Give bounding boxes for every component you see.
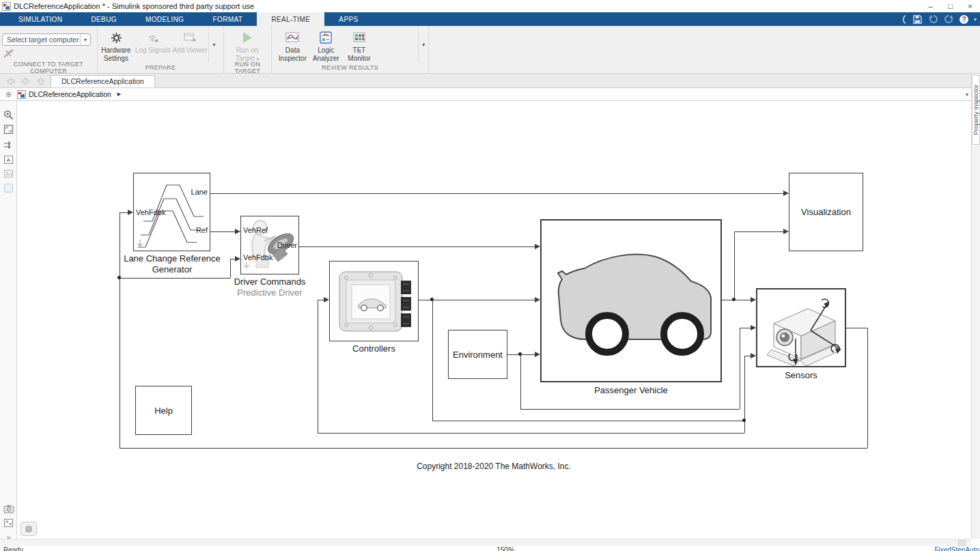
block-sensors[interactable]: [756, 288, 846, 367]
scrollbar-corner[interactable]: [958, 540, 966, 546]
status-solver-link[interactable]: FixedStepAuto: [934, 546, 979, 551]
horizontal-scrollbar[interactable]: [0, 539, 971, 546]
signal-wire[interactable]: [520, 409, 740, 410]
block-environment[interactable]: Environment: [448, 330, 507, 379]
help-icon[interactable]: ?: [960, 15, 968, 24]
signal-wire[interactable]: [318, 300, 324, 300]
tab-apps[interactable]: APPS: [324, 12, 372, 26]
maximize-button[interactable]: □: [940, 0, 960, 12]
review-overflow-button[interactable]: ▾: [418, 26, 428, 63]
back-icon[interactable]: [5, 77, 15, 85]
breadcrumb-model[interactable]: DLCReferenceApplication ▶: [17, 90, 121, 99]
port-in-vehfdbk2: VehFdbk: [243, 253, 272, 262]
signal-wire[interactable]: [120, 448, 867, 449]
block-visualization[interactable]: Visualization: [789, 173, 863, 251]
up-icon[interactable]: [37, 76, 45, 85]
fit-view-icon[interactable]: [3, 124, 14, 135]
run-label-line1: Run on: [236, 46, 258, 55]
add-viewer-button[interactable]: Add Viewer: [171, 26, 208, 63]
diagram-canvas[interactable]: VehFdbk Lane Ref Lane Change ReferenceGe…: [18, 101, 971, 539]
viewmark-icon[interactable]: [3, 182, 14, 194]
signal-wire[interactable]: [230, 259, 235, 259]
block-lane-change-reference-generator[interactable]: VehFdbk Lane Ref: [133, 173, 210, 251]
toolstrip: Select target computer ▾ CONNECT TO TARG…: [0, 26, 980, 74]
signal-wire[interactable]: [419, 300, 535, 300]
logic-analyzer-button[interactable]: Logic Analyzer: [309, 26, 343, 63]
block-controllers[interactable]: [329, 261, 419, 341]
disconnect-icon[interactable]: [3, 48, 14, 59]
tet-monitor-button[interactable]: TET Monitor: [343, 26, 376, 63]
status-zoom-level: 150%: [490, 546, 520, 551]
signal-wire[interactable]: [432, 300, 433, 421]
target-computer-combobox[interactable]: Select target computer ▾: [2, 33, 91, 46]
signal-wire[interactable]: [299, 246, 535, 247]
wire-arrowhead: [128, 210, 133, 215]
ecu-icon: [330, 262, 418, 341]
wire-arrowhead: [324, 297, 329, 302]
signal-wire[interactable]: [734, 231, 735, 300]
signal-wire[interactable]: [318, 433, 744, 434]
signal-wire[interactable]: [734, 300, 751, 300]
section-run-on-target: Run on Target ▾ RUN ON TARGET: [224, 26, 272, 73]
signal-wire[interactable]: [740, 328, 740, 409]
signal-wire[interactable]: [846, 328, 867, 328]
property-inspector-tab[interactable]: Property Inspector: [972, 75, 980, 145]
signal-wire[interactable]: [120, 278, 230, 279]
redo-icon[interactable]: [944, 14, 954, 24]
wire-junction: [742, 419, 746, 422]
circle-plus-icon[interactable]: ⊕: [0, 90, 17, 99]
explorer-bar-toggle[interactable]: [20, 522, 37, 536]
breadcrumb-dropdown-icon[interactable]: ▾: [966, 91, 968, 98]
minimize-button[interactable]: –: [921, 0, 940, 12]
signal-wire[interactable]: [318, 300, 318, 433]
section-label-run: RUN ON TARGET: [224, 63, 271, 73]
tab-simulation[interactable]: SIMULATION: [4, 12, 76, 26]
zoom-in-icon[interactable]: [3, 109, 14, 121]
signal-wire[interactable]: [734, 231, 783, 232]
run-on-target-button[interactable]: Run on Target ▾: [224, 26, 270, 63]
status-ready: Ready: [3, 546, 23, 551]
prepare-overflow-button[interactable]: ▾: [208, 26, 219, 63]
block-driver-commands[interactable]: VehRef VehFdbk Driver: [240, 216, 299, 274]
block-label-passenger-vehicle: Passenger Vehicle: [540, 385, 722, 396]
signal-wire[interactable]: [120, 212, 128, 213]
undo-icon[interactable]: [928, 14, 938, 24]
model-tab[interactable]: DLCReferenceApplication: [51, 75, 155, 87]
signal-wire[interactable]: [230, 259, 231, 278]
snapshot-icon[interactable]: [3, 503, 14, 515]
section-label-prepare: PREPARE: [98, 63, 223, 73]
hardware-settings-button[interactable]: Hardware Settings: [98, 26, 135, 63]
signal-wire[interactable]: [744, 356, 751, 356]
image-icon[interactable]: [3, 168, 14, 180]
tab-real-time[interactable]: REAL-TIME: [257, 12, 324, 26]
gear-icon: [111, 30, 122, 45]
signal-wire[interactable]: [432, 421, 744, 421]
signal-wire[interactable]: [120, 212, 120, 448]
block-passenger-vehicle[interactable]: [540, 219, 722, 382]
tab-format[interactable]: FORMAT: [199, 12, 257, 26]
wire-arrowhead: [751, 297, 756, 302]
signal-wire[interactable]: [210, 231, 235, 232]
car-icon: [542, 221, 720, 381]
qat-dropdown-icon[interactable]: ▾: [974, 16, 977, 23]
model-browser-icon[interactable]: [3, 517, 14, 528]
log-signals-button[interactable]: Log Signals: [135, 26, 171, 63]
tab-modeling[interactable]: MODELING: [131, 12, 199, 26]
signal-wire[interactable]: [210, 193, 783, 194]
tab-debug[interactable]: DEBUG: [76, 12, 131, 26]
block-label-lane-change: Lane Change ReferenceGenerator: [117, 253, 227, 276]
block-help[interactable]: Help: [135, 386, 192, 435]
data-inspector-button[interactable]: Data Inspector: [276, 26, 309, 63]
forward-icon[interactable]: [21, 77, 31, 85]
save-icon[interactable]: [912, 14, 923, 25]
close-button[interactable]: ×: [960, 0, 980, 12]
signal-routing-icon[interactable]: [3, 139, 14, 150]
annotation-icon[interactable]: A: [3, 154, 14, 165]
signal-wire[interactable]: [740, 328, 751, 328]
imu-sensor-icon: [757, 289, 845, 366]
breadcrumb-model-name: DLCReferenceApplication: [29, 90, 111, 98]
signal-wire[interactable]: [867, 328, 868, 448]
signal-wire[interactable]: [520, 354, 521, 409]
window-titlebar: DLCReferenceApplication * - Simulink spo…: [0, 0, 980, 12]
status-bar: Ready 150% FixedStepAuto: [0, 546, 980, 551]
